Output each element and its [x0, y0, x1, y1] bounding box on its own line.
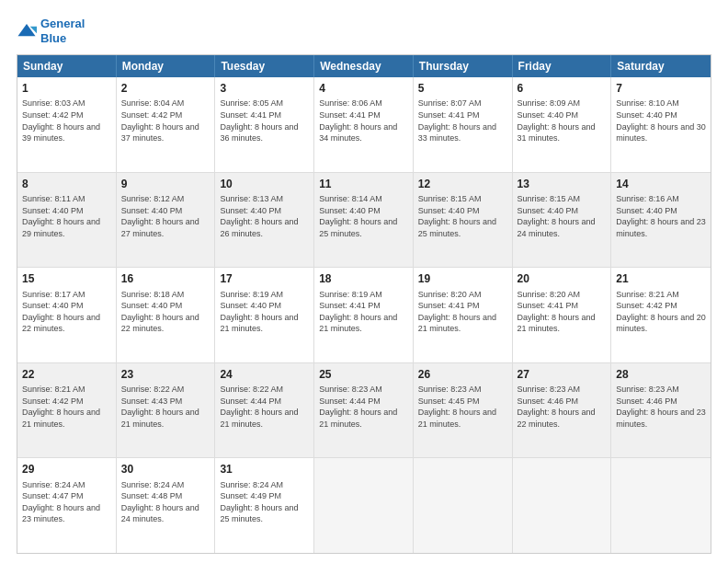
cell-info: Sunrise: 8:20 AM Sunset: 4:41 PM Dayligh…: [418, 289, 507, 335]
calendar-body: 1 Sunrise: 8:03 AM Sunset: 4:42 PM Dayli…: [17, 77, 711, 553]
cell-info: Sunrise: 8:13 AM Sunset: 4:40 PM Dayligh…: [220, 193, 309, 239]
calendar-cell: 6 Sunrise: 8:09 AM Sunset: 4:40 PM Dayli…: [513, 77, 612, 172]
day-number: 3: [220, 81, 309, 96]
cell-info: Sunrise: 8:10 AM Sunset: 4:40 PM Dayligh…: [616, 98, 706, 144]
calendar-cell: 15 Sunrise: 8:17 AM Sunset: 4:40 PM Dayl…: [17, 268, 117, 362]
calendar-cell: 19 Sunrise: 8:20 AM Sunset: 4:41 PM Dayl…: [414, 268, 513, 362]
logo: General Blue: [17, 17, 85, 45]
cell-info: Sunrise: 8:23 AM Sunset: 4:46 PM Dayligh…: [616, 384, 706, 430]
calendar-cell: 7 Sunrise: 8:10 AM Sunset: 4:40 PM Dayli…: [611, 77, 711, 172]
cell-info: Sunrise: 8:23 AM Sunset: 4:46 PM Dayligh…: [518, 384, 607, 430]
calendar-cell-empty: [611, 458, 711, 553]
cell-info: Sunrise: 8:22 AM Sunset: 4:43 PM Dayligh…: [121, 384, 210, 430]
day-number: 9: [121, 177, 210, 191]
calendar-cell: 22 Sunrise: 8:21 AM Sunset: 4:42 PM Dayl…: [17, 363, 117, 458]
cell-info: Sunrise: 8:03 AM Sunset: 4:42 PM Dayligh…: [22, 98, 111, 144]
cell-info: Sunrise: 8:05 AM Sunset: 4:41 PM Dayligh…: [220, 98, 309, 144]
calendar-cell: 25 Sunrise: 8:23 AM Sunset: 4:44 PM Dayl…: [314, 363, 414, 458]
calendar-cell: 27 Sunrise: 8:23 AM Sunset: 4:46 PM Dayl…: [513, 363, 612, 458]
calendar-cell: 2 Sunrise: 8:04 AM Sunset: 4:42 PM Dayli…: [117, 77, 216, 172]
calendar-cell-empty: [513, 458, 612, 553]
day-number: 12: [418, 177, 507, 191]
calendar-row-3: 15 Sunrise: 8:17 AM Sunset: 4:40 PM Dayl…: [17, 267, 711, 362]
calendar-cell: 5 Sunrise: 8:07 AM Sunset: 4:41 PM Dayli…: [414, 77, 513, 172]
cell-info: Sunrise: 8:09 AM Sunset: 4:40 PM Dayligh…: [518, 98, 607, 144]
day-number: 22: [22, 367, 111, 382]
day-number: 24: [220, 367, 309, 382]
cell-info: Sunrise: 8:21 AM Sunset: 4:42 PM Dayligh…: [616, 289, 706, 335]
day-number: 14: [616, 177, 706, 191]
calendar-cell: 10 Sunrise: 8:13 AM Sunset: 4:40 PM Dayl…: [215, 173, 314, 268]
day-header-monday: Monday: [117, 55, 216, 77]
calendar-cell: 23 Sunrise: 8:22 AM Sunset: 4:43 PM Dayl…: [117, 363, 216, 458]
day-header-tuesday: Tuesday: [215, 55, 314, 77]
day-number: 26: [418, 367, 507, 382]
cell-info: Sunrise: 8:07 AM Sunset: 4:41 PM Dayligh…: [418, 98, 507, 144]
cell-info: Sunrise: 8:06 AM Sunset: 4:41 PM Dayligh…: [319, 98, 408, 144]
cell-info: Sunrise: 8:24 AM Sunset: 4:49 PM Dayligh…: [220, 479, 309, 525]
calendar-cell: 1 Sunrise: 8:03 AM Sunset: 4:42 PM Dayli…: [17, 77, 117, 172]
calendar-cell: 14 Sunrise: 8:16 AM Sunset: 4:40 PM Dayl…: [611, 173, 711, 268]
day-number: 18: [319, 271, 408, 286]
calendar-cell: 3 Sunrise: 8:05 AM Sunset: 4:41 PM Dayli…: [215, 77, 314, 172]
day-number: 17: [220, 271, 309, 286]
day-number: 11: [319, 177, 408, 191]
day-number: 23: [121, 367, 210, 382]
day-header-saturday: Saturday: [611, 55, 711, 77]
calendar-cell: 18 Sunrise: 8:19 AM Sunset: 4:41 PM Dayl…: [314, 268, 414, 362]
calendar-cell: 16 Sunrise: 8:18 AM Sunset: 4:40 PM Dayl…: [117, 268, 216, 362]
logo-icon: [17, 21, 37, 41]
calendar-cell: 8 Sunrise: 8:11 AM Sunset: 4:40 PM Dayli…: [17, 173, 117, 268]
day-number: 2: [121, 81, 210, 96]
calendar-cell: 29 Sunrise: 8:24 AM Sunset: 4:47 PM Dayl…: [17, 458, 117, 553]
cell-info: Sunrise: 8:17 AM Sunset: 4:40 PM Dayligh…: [22, 289, 111, 335]
header: General Blue: [17, 17, 711, 45]
day-number: 6: [518, 81, 607, 96]
day-number: 4: [319, 81, 408, 96]
day-number: 5: [418, 81, 507, 96]
calendar-cell: 28 Sunrise: 8:23 AM Sunset: 4:46 PM Dayl…: [611, 363, 711, 458]
calendar-cell: 24 Sunrise: 8:22 AM Sunset: 4:44 PM Dayl…: [215, 363, 314, 458]
day-header-sunday: Sunday: [17, 55, 117, 77]
day-number: 28: [616, 367, 706, 382]
day-number: 16: [121, 271, 210, 286]
cell-info: Sunrise: 8:24 AM Sunset: 4:47 PM Dayligh…: [22, 479, 111, 525]
calendar-cell: 17 Sunrise: 8:19 AM Sunset: 4:40 PM Dayl…: [215, 268, 314, 362]
cell-info: Sunrise: 8:04 AM Sunset: 4:42 PM Dayligh…: [121, 98, 210, 144]
calendar-cell: 4 Sunrise: 8:06 AM Sunset: 4:41 PM Dayli…: [314, 77, 414, 172]
cell-info: Sunrise: 8:19 AM Sunset: 4:40 PM Dayligh…: [220, 289, 309, 335]
calendar-cell: 30 Sunrise: 8:24 AM Sunset: 4:48 PM Dayl…: [117, 458, 216, 553]
cell-info: Sunrise: 8:14 AM Sunset: 4:40 PM Dayligh…: [319, 193, 408, 239]
calendar-cell-empty: [414, 458, 513, 553]
day-number: 10: [220, 177, 309, 191]
cell-info: Sunrise: 8:24 AM Sunset: 4:48 PM Dayligh…: [121, 479, 210, 525]
cell-info: Sunrise: 8:23 AM Sunset: 4:45 PM Dayligh…: [418, 384, 507, 430]
day-header-friday: Friday: [513, 55, 612, 77]
calendar-cell: 21 Sunrise: 8:21 AM Sunset: 4:42 PM Dayl…: [611, 268, 711, 362]
logo-text: General Blue: [40, 17, 85, 45]
page: General Blue SundayMondayTuesdayWednesda…: [0, 0, 728, 563]
calendar-row-1: 1 Sunrise: 8:03 AM Sunset: 4:42 PM Dayli…: [17, 77, 711, 172]
day-header-wednesday: Wednesday: [314, 55, 414, 77]
day-number: 27: [518, 367, 607, 382]
cell-info: Sunrise: 8:23 AM Sunset: 4:44 PM Dayligh…: [319, 384, 408, 430]
cell-info: Sunrise: 8:22 AM Sunset: 4:44 PM Dayligh…: [220, 384, 309, 430]
day-header-thursday: Thursday: [414, 55, 513, 77]
calendar-header: SundayMondayTuesdayWednesdayThursdayFrid…: [17, 55, 711, 77]
calendar-cell: 20 Sunrise: 8:20 AM Sunset: 4:41 PM Dayl…: [513, 268, 612, 362]
cell-info: Sunrise: 8:15 AM Sunset: 4:40 PM Dayligh…: [518, 193, 607, 239]
calendar-row-5: 29 Sunrise: 8:24 AM Sunset: 4:47 PM Dayl…: [17, 457, 711, 553]
cell-info: Sunrise: 8:12 AM Sunset: 4:40 PM Dayligh…: [121, 193, 210, 239]
cell-info: Sunrise: 8:15 AM Sunset: 4:40 PM Dayligh…: [418, 193, 507, 239]
day-number: 19: [418, 271, 507, 286]
cell-info: Sunrise: 8:16 AM Sunset: 4:40 PM Dayligh…: [616, 193, 706, 239]
day-number: 29: [22, 462, 111, 477]
calendar-cell: 31 Sunrise: 8:24 AM Sunset: 4:49 PM Dayl…: [215, 458, 314, 553]
cell-info: Sunrise: 8:21 AM Sunset: 4:42 PM Dayligh…: [22, 384, 111, 430]
day-number: 7: [616, 81, 706, 96]
cell-info: Sunrise: 8:19 AM Sunset: 4:41 PM Dayligh…: [319, 289, 408, 335]
calendar-cell: 12 Sunrise: 8:15 AM Sunset: 4:40 PM Dayl…: [414, 173, 513, 268]
calendar-row-4: 22 Sunrise: 8:21 AM Sunset: 4:42 PM Dayl…: [17, 362, 711, 458]
calendar-row-2: 8 Sunrise: 8:11 AM Sunset: 4:40 PM Dayli…: [17, 172, 711, 268]
calendar-cell-empty: [314, 458, 414, 553]
